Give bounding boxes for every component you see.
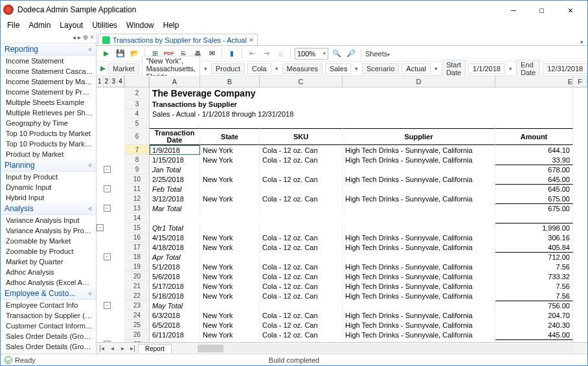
outline-toggle[interactable]: - xyxy=(104,185,111,192)
row-header[interactable]: 11 xyxy=(125,184,150,194)
row-header[interactable]: 4 xyxy=(125,109,150,119)
row-header[interactable]: 18 xyxy=(125,252,150,262)
home-icon[interactable]: ⌂ xyxy=(275,48,286,60)
row-header[interactable]: 16 xyxy=(125,233,150,242)
row-header[interactable]: 25 xyxy=(125,320,150,330)
side-section-planning[interactable]: Planning⪡ xyxy=(1,159,96,172)
subtotal-label[interactable]: Jan Total xyxy=(150,165,200,174)
cell-supplier[interactable]: High Tech Drinks - Sunnyvale, California xyxy=(343,242,495,252)
save-icon[interactable]: 💾 xyxy=(115,48,126,60)
subtotal-amount[interactable]: 678.00 xyxy=(495,165,573,174)
tab-transactions[interactable]: Transactions by Supplier for Sales - Act… xyxy=(98,34,258,45)
row-header[interactable]: 7 xyxy=(125,145,150,155)
menu-admin[interactable]: Admin xyxy=(25,19,54,31)
sidebar-item[interactable]: Multiple Sheets Example xyxy=(1,97,96,108)
cell-state[interactable]: New York xyxy=(200,271,260,281)
cell-supplier[interactable]: High Tech Drinks - Sunnyvale, California xyxy=(343,155,495,165)
menu-window[interactable]: Window xyxy=(122,19,158,31)
cell-state[interactable]: New York xyxy=(200,320,260,330)
cell-amount[interactable]: 240.30 xyxy=(495,320,573,330)
h-scrollbar[interactable] xyxy=(198,345,574,352)
outline-toggle[interactable]: - xyxy=(104,341,111,342)
enddate-value[interactable]: 12/31/2018 xyxy=(543,63,587,74)
h-scrollbar-thumb[interactable] xyxy=(198,345,223,352)
cell-amount[interactable]: 33.90 xyxy=(495,155,573,165)
sidebar-item[interactable]: Market by Quarter xyxy=(1,257,96,267)
cell-amount[interactable]: 7.56 xyxy=(495,291,573,301)
sidebar-item[interactable]: Adhoc Analysis (Excel Add-I... xyxy=(1,277,96,288)
outline-toggle[interactable]: - xyxy=(96,224,104,231)
row-header[interactable]: 5 xyxy=(125,119,150,128)
cell-sku[interactable]: Cola - 12 oz. Can xyxy=(260,155,343,165)
outdent-icon[interactable]: ⇤ xyxy=(246,48,258,60)
sidebar-item[interactable]: Geography by Time xyxy=(1,118,96,128)
row-header[interactable]: 17 xyxy=(125,242,150,252)
subtotal-amount[interactable]: 675.00 xyxy=(495,203,573,213)
maximize-button[interactable]: ☐ xyxy=(528,1,556,19)
row-header[interactable]: 20 xyxy=(125,271,150,281)
cell-sku[interactable]: Cola - 12 oz. Can xyxy=(260,330,343,339)
close-button[interactable]: ✕ xyxy=(556,1,585,19)
sidebar-item[interactable]: Transaction by Supplier (Sa... xyxy=(1,310,96,321)
cell-supplier[interactable]: High Tech Drinks - Sunnyvale, California xyxy=(343,271,495,281)
subtotal-amount[interactable]: 712.00 xyxy=(495,252,573,262)
sidebar-item[interactable]: Customer Contact Informatio... xyxy=(1,321,96,331)
cell-state[interactable]: New York xyxy=(200,174,260,184)
startdate-dd-icon[interactable]: ▾ xyxy=(508,65,514,72)
outline-header[interactable]: 1234 xyxy=(96,76,125,87)
sheet-prev-icon[interactable]: ◂ xyxy=(107,345,117,352)
sidebar-item[interactable]: Zoomable by Market xyxy=(1,236,96,246)
row-header[interactable]: 15 xyxy=(125,223,150,233)
row-header[interactable]: 22 xyxy=(125,291,150,301)
cell-date[interactable]: 6/3/2018 xyxy=(150,310,200,320)
outline-toggle[interactable]: - xyxy=(104,253,111,260)
subtotal-label[interactable]: Qtr1 Total xyxy=(150,223,200,233)
cell-sku[interactable]: Cola - 12 oz. Can xyxy=(260,281,343,291)
zoom-input[interactable]: 100%▾ xyxy=(295,48,328,60)
cell-state[interactable]: New York xyxy=(200,291,260,301)
subtotal-amount[interactable]: 645.00 xyxy=(495,184,573,194)
cell-date[interactable]: 3/12/2018 xyxy=(150,194,200,203)
minimize-button[interactable]: — xyxy=(499,1,528,19)
product-dd-icon[interactable]: ▾ xyxy=(274,65,280,72)
scenario-value[interactable]: Actual xyxy=(401,63,431,74)
sheets-dropdown[interactable]: Sheets▾ xyxy=(365,50,390,58)
mail-icon[interactable]: ✉ xyxy=(206,48,218,60)
measures-dd-icon[interactable]: ▾ xyxy=(354,65,359,72)
cell-date[interactable]: 5/1/2018 xyxy=(150,262,200,271)
cell-amount[interactable]: 7.56 xyxy=(495,281,573,291)
cell-date[interactable]: 4/18/2018 xyxy=(150,242,200,252)
market-dd-icon[interactable]: ▾ xyxy=(203,65,209,72)
sidebar-item[interactable]: Dynamic Input xyxy=(1,182,96,192)
grid-body[interactable]: 2The Beverage Company3Transactions by Su… xyxy=(96,87,587,342)
scenario-dd-icon[interactable]: ▾ xyxy=(433,65,439,72)
row-header[interactable]: 23 xyxy=(125,301,150,310)
tab-overflow-icon[interactable]: ▾ xyxy=(580,39,583,45)
sidebar-item[interactable]: Income Statement Cascade xyxy=(1,66,96,76)
row-header[interactable]: 10 xyxy=(125,174,150,184)
cell-date[interactable]: 6/11/2018 xyxy=(150,330,200,339)
zoom-out-icon[interactable]: 🔍 xyxy=(331,48,343,60)
row-header[interactable]: 24 xyxy=(125,310,150,320)
cell-state[interactable]: New York xyxy=(200,281,260,291)
outline-toggle[interactable]: - xyxy=(104,205,111,212)
side-section-reporting[interactable]: Reporting⪡ xyxy=(1,43,96,56)
cell-supplier[interactable]: High Tech Drinks - Sunnyvale, California xyxy=(343,291,495,301)
row-header[interactable]: 26 xyxy=(125,330,150,339)
cell-date[interactable]: 1/9/2018 xyxy=(150,145,200,155)
sidebar-prev-icon[interactable]: ◂ xyxy=(73,34,76,41)
row-header[interactable]: 14 xyxy=(125,213,150,223)
cell-sku[interactable]: Cola - 12 oz. Can xyxy=(260,174,343,184)
cell-amount[interactable]: 445.00 xyxy=(495,330,573,339)
sheet-first-icon[interactable]: |◂ xyxy=(96,345,107,352)
sidebar-item[interactable]: Employee Contact Info xyxy=(1,300,96,310)
sidebar-close-icon[interactable]: × xyxy=(90,34,94,41)
cell-supplier[interactable]: High Tech Drinks - Sunnyvale, California xyxy=(343,145,495,155)
product-value[interactable]: Cola xyxy=(247,63,271,74)
subtotal-label[interactable]: Jun Total xyxy=(150,339,200,342)
menu-utilities[interactable]: Utilities xyxy=(88,19,121,31)
sidebar-item[interactable]: Zoomable by Product xyxy=(1,246,96,257)
cell-amount[interactable]: 733.32 xyxy=(495,271,573,281)
col-c[interactable]: C xyxy=(260,76,343,87)
sidebar-next-icon[interactable]: ▸ xyxy=(78,34,81,41)
